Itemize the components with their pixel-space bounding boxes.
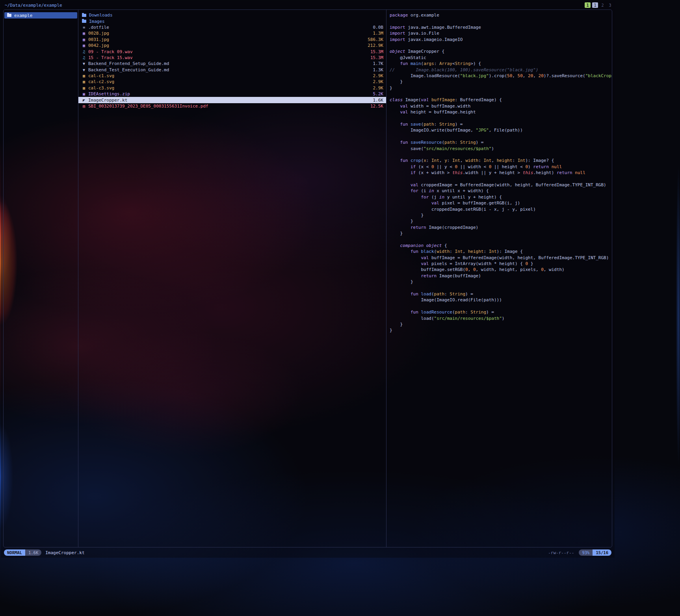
code-line: } <box>390 218 609 224</box>
status-bar: NORMAL 1.6K ImageCropper.kt -rw-r--r-- 9… <box>4 549 611 556</box>
file-row[interactable]: ♫09 - Track 09.wav15.3M <box>78 48 386 54</box>
code-line: fun load(path: String) = <box>390 291 609 297</box>
file-size: 15.3M <box>367 55 383 60</box>
file-row[interactable]: ▦0031.jpg586.3K <box>78 37 386 43</box>
code-line: val buffImage = BufferedImage(width, hei… <box>390 255 609 261</box>
code-line <box>390 115 609 121</box>
code-line <box>390 236 609 242</box>
code-line: load("src/main/resources/$path") <box>390 315 609 321</box>
permissions-text: -rw-r--r-- <box>548 550 574 555</box>
file-row[interactable]: ◤ImageCropper.kt1.6K <box>78 97 386 103</box>
file-size: 5.2K <box>370 91 384 96</box>
audio-icon: ♫ <box>81 56 87 60</box>
file-row[interactable]: Images <box>78 18 386 24</box>
code-line <box>390 134 609 139</box>
code-line: for (j in y until y + height) { <box>390 194 609 200</box>
code-line: } <box>390 230 609 236</box>
code-line: return Image(buffImage) <box>390 273 609 279</box>
preview-pane: package org.example import java.awt.imag… <box>386 10 612 547</box>
file-size: 1.3K <box>370 67 384 72</box>
folder-icon <box>82 20 86 23</box>
code-line: class Image(val buffImage: BufferedImage… <box>390 97 609 103</box>
image-icon: ▦ <box>81 37 87 42</box>
scroll-percent-badge: 93% <box>579 549 593 556</box>
code-line: val pixel = buffImage.getRGB(i, j) <box>390 200 609 206</box>
file-name: ImageCropper.kt <box>88 98 127 103</box>
file-row[interactable]: ▦0042.jpg212.9K <box>78 43 386 48</box>
code-line: } <box>390 279 609 285</box>
code-line: import java.awt.image.BufferedImage <box>390 24 609 30</box>
file-name: cal-c2.svg <box>88 79 114 84</box>
file-row[interactable]: ▦0028.jpg1.3M <box>78 30 386 36</box>
file-size: 2.9K <box>370 73 384 78</box>
code-line: } <box>390 85 609 91</box>
file-size: 2.9K <box>370 85 384 91</box>
file-name: 09 - Track 09.wav <box>88 49 133 54</box>
tab-2[interactable]: 1 <box>592 2 598 8</box>
file-name: 0042.jpg <box>88 43 109 48</box>
file-row[interactable]: ▤SBI_0032013739_2023_DE05_0003155631Invo… <box>78 103 386 109</box>
parent-panel: example <box>4 10 78 547</box>
folder-icon <box>7 14 11 17</box>
cursor-position-badge: 15/16 <box>593 549 611 556</box>
code-line: fun main(args: Array<String>) { <box>390 61 609 67</box>
file-name: Images <box>89 19 105 24</box>
kotlin-icon: ◤ <box>81 98 87 102</box>
mode-badge: NORMAL <box>4 549 25 556</box>
file-row[interactable]: ▼Backend_Frontend_Setup_Guide.md1.7K <box>78 61 386 67</box>
file-name: SBI_0032013739_2023_DE05_0003155631Invoi… <box>88 104 208 109</box>
folder-icon <box>82 14 86 17</box>
code-line: return Image(croppedImage) <box>390 225 609 230</box>
code-line: val pixels = IntArray(width * height) { … <box>390 261 609 267</box>
code-line: } <box>390 212 609 218</box>
tab-4[interactable]: 3 <box>607 2 613 8</box>
file-size: 586.3K <box>364 37 383 42</box>
code-line: val width = buffImage.width <box>390 103 609 109</box>
file-row[interactable]: ≡.dotfile0.0B <box>78 24 386 30</box>
file-size: 212.9K <box>364 43 383 48</box>
file-size: 1.7K <box>370 61 384 66</box>
file-name: IDEAsettings.zip <box>88 91 130 96</box>
code-line <box>390 285 609 291</box>
code-line: save("src/main/resources/$path") <box>390 146 609 152</box>
file-size: 1.3M <box>370 31 384 36</box>
file-row[interactable]: ♫15 - Track 15.wav15.3M <box>78 55 386 61</box>
code-line: fun saveResource(path: String) = <box>390 139 609 145</box>
file-row[interactable]: ▼Backend_Test_Execution_Guide.md1.3K <box>78 67 386 73</box>
code-line: val croppedImage = BufferedImage(width, … <box>390 182 609 188</box>
audio-icon: ♫ <box>81 50 87 54</box>
file-size: 15.3M <box>367 49 383 54</box>
file-name: 0031.jpg <box>88 37 109 42</box>
yazi-file-manager-window: ~/Data/example/example 1123 example Down… <box>1 1 615 558</box>
file-name: 0028.jpg <box>88 31 109 36</box>
file-size: 2.9K <box>370 79 384 84</box>
code-line: import javax.imageio.ImageIO <box>390 37 609 43</box>
file-name: Downloads <box>89 13 113 18</box>
parent-dir-item[interactable]: example <box>4 12 77 19</box>
scroll-position-group: 93% 15/16 <box>579 549 611 556</box>
file-name: .dotfile <box>88 25 109 30</box>
image-icon: ▦ <box>81 80 87 84</box>
code-line: if (x + width > this.width || y + height… <box>390 170 609 176</box>
image-icon: ▦ <box>81 74 87 78</box>
tab-3[interactable]: 2 <box>600 2 606 8</box>
code-line <box>390 43 609 48</box>
tab-bar: 1123 <box>583 2 613 8</box>
file-row[interactable]: ▦cal-c2.svg2.9K <box>78 79 386 85</box>
file-row[interactable]: ▣IDEAsettings.zip5.2K <box>78 91 386 97</box>
file-name: 15 - Track 15.wav <box>88 55 133 60</box>
file-row[interactable]: ▦cal-c1.svg2.9K <box>78 73 386 79</box>
file-row[interactable]: ▦cal-c3.svg2.9K <box>78 85 386 91</box>
code-line <box>390 152 609 158</box>
image-icon: ▦ <box>81 31 87 35</box>
code-line: fun loadResource(path: String) = <box>390 309 609 315</box>
code-line: import java.io.File <box>390 30 609 36</box>
code-line: } <box>390 79 609 85</box>
status-filename: ImageCropper.kt <box>45 550 84 555</box>
file-row[interactable]: Downloads <box>78 12 386 18</box>
code-line: @JvmStatic <box>390 55 609 61</box>
file-size: 0.0B <box>370 25 384 30</box>
tab-1[interactable]: 1 <box>585 2 591 8</box>
parent-dir-name: example <box>14 13 32 18</box>
preview-code: package org.example import java.awt.imag… <box>386 12 612 334</box>
